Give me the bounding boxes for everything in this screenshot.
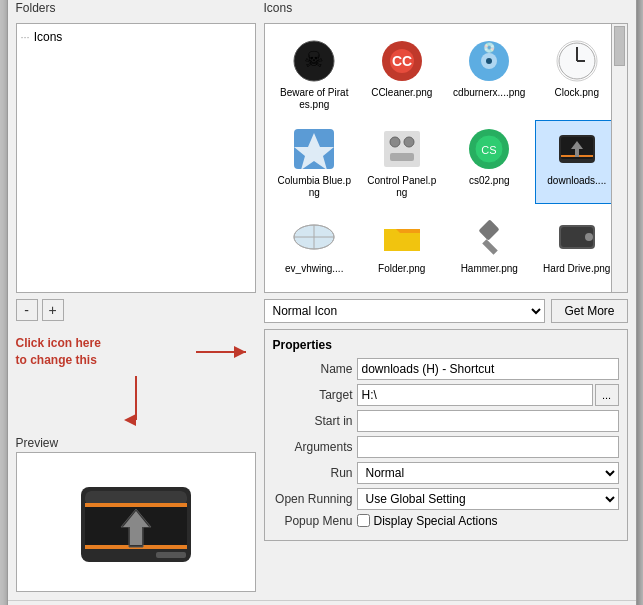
prop-openrunning-row: Open Running Use Global Setting Always N… [273,488,619,510]
prop-target-row: Target ... [273,384,619,406]
prop-arguments-row: Arguments [273,436,619,458]
annotation-label: Click icon hereto change this [16,336,101,367]
icon-harddrive[interactable]: Hard Drive.png [535,208,619,280]
prop-startin-row: Start in [273,410,619,432]
prop-run-label: Run [273,466,353,480]
prop-popupmenu-label: Popup Menu [273,514,353,528]
icon-hammer-label: Hammer.png [461,263,518,275]
harddrive-icon [553,213,601,261]
ev-icon [290,213,338,261]
icon-harddrive-label: Hard Drive.png [543,263,610,275]
prop-target-label: Target [273,388,353,402]
prop-startin-input[interactable] [357,410,619,432]
icon-ev[interactable]: ev_vhwing.... [273,208,357,280]
icon-folder-label: Folder.png [378,263,425,275]
svg-rect-28 [384,131,420,167]
prop-target-input[interactable] [357,384,593,406]
get-more-button[interactable]: Get More [551,299,627,323]
properties-section: Properties Name Target ... Start in [264,329,628,541]
cs02-icon: CS [465,125,513,173]
right-panel: Icons ☠ Beware of Pirates.png CC [264,1,628,593]
prop-name-input[interactable] [357,358,619,380]
icons-grid-box: ☠ Beware of Pirates.png CC CCleaner.png … [264,23,628,293]
drive2-icon [553,289,601,292]
down-arrow-icon [121,376,151,426]
icon-downloads-label: downloads.... [547,175,606,187]
prop-arguments-input[interactable] [357,436,619,458]
prop-popupmenu-checkbox-label: Display Special Actions [374,514,498,528]
icon-clock-label: Clock.png [555,87,599,99]
hammer-icon [465,213,513,261]
prop-popupmenu-checkbox[interactable] [357,514,370,527]
folders-tree[interactable]: ··· Icons [16,23,256,293]
svg-text:CC: CC [392,53,412,69]
footer: Default Icon TweakHound.com OK Cancel [8,600,636,605]
controlpanel-icon [378,125,426,173]
prop-openrunning-select[interactable]: Use Global Setting Always Never [357,488,619,510]
icon-downloads[interactable]: downloads.... [535,120,619,204]
icon-cdburner[interactable]: 💿 cdburnerx....png [448,32,532,116]
prop-startin-label: Start in [273,414,353,428]
prop-run-select[interactable]: Normal Minimized Maximized [357,462,619,484]
prop-name-row: Name [273,358,619,380]
icon-clock[interactable]: Clock.png [535,32,619,116]
icon-cs02-label: cs02.png [469,175,510,187]
icon-cdburner-label: cdburnerx....png [453,87,525,99]
clock-icon [553,37,601,85]
icons-scrollbar[interactable] [611,24,627,292]
ccleaner-icon: CC [378,37,426,85]
globe-icon [465,289,513,292]
beware-icon: ☠ [290,37,338,85]
prop-popupmenu-checkbox-row: Display Special Actions [357,514,498,528]
icon-ccleaner[interactable]: CC CCleaner.png [360,32,444,116]
icon-question[interactable]: ? ? [273,284,357,292]
icon-globe[interactable]: Globe.png [448,284,532,292]
tree-controls: - + [16,299,256,321]
svg-text:☠: ☠ [304,47,324,72]
question-icon: ? [290,289,338,292]
icon-drive2[interactable]: Drive.png [535,284,619,292]
icon-columbia-label: Columbia Blue.png [278,175,352,199]
tree-dots: ··· [21,31,30,43]
svg-point-29 [390,137,400,147]
cdburner-icon: 💿 [465,37,513,85]
tree-item-label: Icons [34,30,63,44]
svg-rect-7 [85,503,187,507]
svg-text:CS: CS [482,144,497,156]
prop-popupmenu-row: Popup Menu Display Special Actions [273,514,619,528]
prop-openrunning-label: Open Running [273,492,353,506]
prop-target-browse-button[interactable]: ... [595,384,619,406]
icon-beware[interactable]: ☠ Beware of Pirates.png [273,32,357,116]
icon-beware-label: Beware of Pirates.png [278,87,352,111]
folders-label: Folders [16,1,256,15]
properties-title: Properties [273,338,619,352]
folder-icon [378,213,426,261]
prop-run-row: Run Normal Minimized Maximized [273,462,619,484]
main-content: Folders ··· Icons - + Click icon hereto … [8,0,636,600]
icons-label: Icons [264,1,628,15]
icon-folder[interactable]: Folder.png [360,208,444,280]
icon-controlpanel-label: Control Panel.png [365,175,439,199]
intel-icon: intel [378,289,426,292]
icon-ev-label: ev_vhwing.... [285,263,343,275]
icon-cs02[interactable]: CS cs02.png [448,120,532,204]
prop-target-input-group: ... [357,384,619,406]
icon-columbia[interactable]: Columbia Blue.png [273,120,357,204]
icon-intel[interactable]: intel Intel.png [360,284,444,292]
remove-folder-button[interactable]: - [16,299,38,321]
icon-type-select[interactable]: Normal Icon Large Icon Small Icon [264,299,546,323]
annotation-area: Click icon hereto change this [16,335,256,369]
columbia-icon [290,125,338,173]
down-arrow-area [16,376,256,426]
add-folder-button[interactable]: + [42,299,64,321]
icon-hammer[interactable]: Hammer.png [448,208,532,280]
hdd-preview-icon [71,467,201,577]
icon-ccleaner-label: CCleaner.png [371,87,432,99]
svg-rect-46 [479,219,500,240]
icon-controlpanel[interactable]: Control Panel.png [360,120,444,204]
icon-settings-dialog: Icon Settings... ✕ Folders ··· Icons - +… [7,0,637,605]
svg-rect-10 [156,552,186,558]
prop-arguments-label: Arguments [273,440,353,454]
tree-item-icons[interactable]: ··· Icons [21,28,251,46]
preview-label: Preview [16,436,256,450]
